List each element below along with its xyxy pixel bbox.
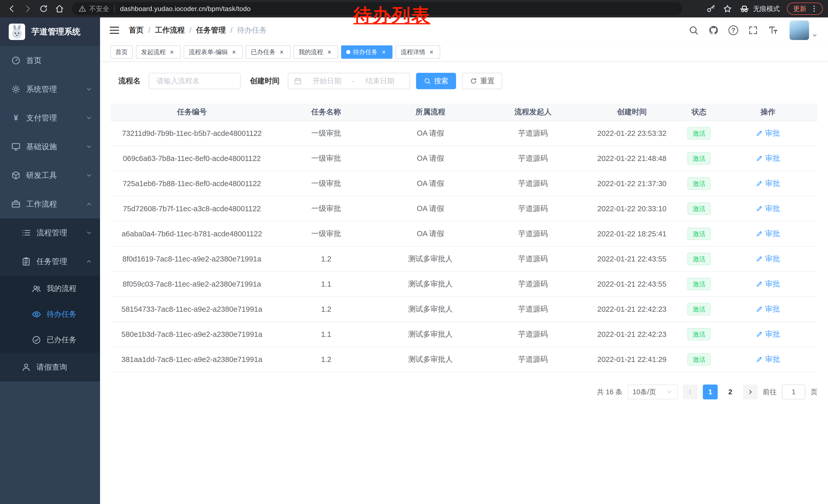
- sidebar-item-payment[interactable]: ¥ 支付管理: [0, 103, 100, 132]
- goto-page-input[interactable]: [782, 384, 805, 400]
- next-page-button[interactable]: [743, 384, 758, 400]
- tag-home[interactable]: 首页: [110, 45, 133, 59]
- start-date-placeholder[interactable]: 开始日期: [303, 76, 350, 86]
- browser-update-button[interactable]: 更新: [787, 3, 823, 15]
- tag-process-form-edit[interactable]: 流程表单-编辑×: [184, 45, 243, 59]
- edit-icon: [756, 255, 763, 262]
- avatar[interactable]: [790, 20, 809, 40]
- calendar-icon: [294, 77, 302, 85]
- breadcrumb-workflow[interactable]: 工作流程: [155, 25, 185, 35]
- end-date-placeholder[interactable]: 结束日期: [356, 76, 404, 86]
- bookmark-star-icon[interactable]: [723, 4, 732, 13]
- approve-link[interactable]: 审批: [756, 354, 780, 365]
- help-icon[interactable]: ?: [729, 26, 738, 35]
- column-header: 状态: [680, 107, 719, 117]
- sidebar-item-leave-query[interactable]: 请假查询: [0, 353, 100, 381]
- tag-close-icon[interactable]: ×: [230, 48, 238, 56]
- omnibox-divider: [114, 5, 115, 12]
- update-label[interactable]: 更新: [793, 4, 806, 13]
- task-initiator: 芋道源码: [482, 178, 584, 189]
- reset-button[interactable]: 重置: [462, 73, 502, 89]
- app-logo-row[interactable]: 芋道管理系统: [0, 17, 100, 46]
- sidebar-item-todo-tasks[interactable]: 待办任务: [0, 302, 100, 327]
- tags-view-bar: 首页 发起流程× 流程表单-编辑× 已办任务× 我的流程× 待办任务× 流程详情…: [100, 43, 828, 61]
- font-size-icon[interactable]: [768, 25, 778, 35]
- approve-link[interactable]: 审批: [756, 203, 780, 214]
- approve-link[interactable]: 审批: [756, 254, 780, 264]
- sidebar-item-process-management[interactable]: 流程管理: [0, 218, 100, 247]
- task-process: 测试多审批人: [379, 329, 482, 339]
- password-key-icon[interactable]: [706, 4, 716, 13]
- approve-link[interactable]: 审批: [756, 304, 780, 314]
- user-menu[interactable]: [790, 20, 818, 40]
- task-name: 一级审批: [273, 229, 379, 239]
- chevron-up-icon: [86, 258, 92, 265]
- collapse-sidebar-icon[interactable]: [109, 25, 120, 36]
- sidebar-item-task-management[interactable]: 任务管理: [0, 247, 100, 276]
- tag-close-icon[interactable]: ×: [428, 48, 435, 56]
- browser-chrome: 不安全 dashboard.yudao.iocoder.cn/bpm/task/…: [0, 0, 828, 17]
- github-icon[interactable]: [708, 25, 719, 35]
- page-content: 流程名 创建时间 开始日期 - 结束日期 搜索 重: [100, 61, 828, 504]
- approve-link[interactable]: 审批: [756, 153, 780, 164]
- sidebar-item-label: 已办任务: [47, 335, 76, 345]
- address-bar[interactable]: 不安全 dashboard.yudao.iocoder.cn/bpm/task/…: [72, 2, 682, 15]
- approve-link[interactable]: 审批: [756, 128, 780, 138]
- page-button-1[interactable]: 1: [703, 384, 718, 400]
- browser-menu-icon[interactable]: [810, 5, 818, 13]
- task-id: 069c6a63-7b8a-11ec-8ef0-acde48001122: [111, 154, 273, 163]
- approve-link[interactable]: 审批: [756, 178, 780, 189]
- refresh-icon: [470, 78, 477, 85]
- tag-label: 我的流程: [299, 48, 323, 56]
- column-header: 任务名称: [273, 107, 379, 117]
- fullscreen-icon[interactable]: [748, 25, 758, 35]
- approve-link[interactable]: 审批: [756, 329, 780, 339]
- browser-back-icon[interactable]: [5, 2, 18, 15]
- tag-close-icon[interactable]: ×: [168, 48, 175, 56]
- app-title: 芋道管理系统: [31, 26, 81, 37]
- sidebar-item-home[interactable]: 首页: [0, 46, 100, 75]
- tag-process-detail[interactable]: 流程详情×: [396, 45, 440, 59]
- status-badge: 激活: [688, 303, 710, 315]
- sidebar-item-infrastructure[interactable]: 基础设施: [0, 132, 100, 161]
- tag-close-icon[interactable]: ×: [326, 48, 333, 56]
- sidebar-item-done-tasks[interactable]: 已办任务: [0, 327, 100, 353]
- task-created: 2022-01-21 22:43:55: [584, 280, 679, 288]
- status-badge: 激活: [688, 228, 710, 240]
- sidebar-item-system[interactable]: 系统管理: [0, 75, 100, 103]
- sidebar-item-label: 首页: [26, 55, 42, 66]
- security-label[interactable]: 不安全: [89, 4, 109, 13]
- browser-forward-icon[interactable]: [21, 2, 34, 15]
- search-button[interactable]: 搜索: [416, 73, 456, 89]
- tag-todo-tasks[interactable]: 待办任务×: [341, 45, 392, 59]
- tag-start-process[interactable]: 发起流程×: [136, 45, 180, 59]
- tag-my-process[interactable]: 我的流程×: [293, 45, 338, 59]
- main-area: 首页 / 工作流程 / 任务管理 / 待办任务 ?: [100, 17, 828, 504]
- table-row: 75d72608-7b7f-11ec-a3c8-acde48001122 一级审…: [111, 196, 818, 222]
- sidebar-item-workflow[interactable]: 工作流程: [0, 190, 100, 218]
- chevron-down-icon: [86, 86, 92, 93]
- process-name-input[interactable]: [149, 73, 241, 89]
- approve-link-label: 审批: [765, 254, 780, 264]
- prev-page-button[interactable]: [683, 384, 698, 400]
- sidebar-item-my-process[interactable]: 我的流程: [0, 276, 100, 302]
- browser-refresh-icon[interactable]: [37, 2, 50, 15]
- gear-icon: [11, 85, 20, 94]
- search-icon[interactable]: [689, 25, 699, 35]
- list-icon: [22, 228, 31, 237]
- breadcrumb-home[interactable]: 首页: [129, 25, 143, 35]
- approve-link[interactable]: 审批: [756, 229, 780, 239]
- browser-home-icon[interactable]: [53, 2, 66, 15]
- tag-close-icon[interactable]: ×: [380, 48, 387, 56]
- tag-close-icon[interactable]: ×: [278, 48, 285, 56]
- task-process: 测试多审批人: [379, 354, 482, 365]
- tag-done-tasks[interactable]: 已办任务×: [246, 45, 290, 59]
- sidebar-item-devtools[interactable]: 研发工具: [0, 161, 100, 190]
- page-size-select[interactable]: 10条/页: [627, 384, 678, 400]
- page-button-2[interactable]: 2: [723, 384, 738, 400]
- approve-link[interactable]: 审批: [756, 279, 780, 289]
- breadcrumb-task-management[interactable]: 任务管理: [196, 25, 226, 35]
- date-range-picker[interactable]: 开始日期 - 结束日期: [288, 73, 410, 89]
- edit-icon: [756, 230, 763, 237]
- status-badge: 激活: [688, 152, 710, 165]
